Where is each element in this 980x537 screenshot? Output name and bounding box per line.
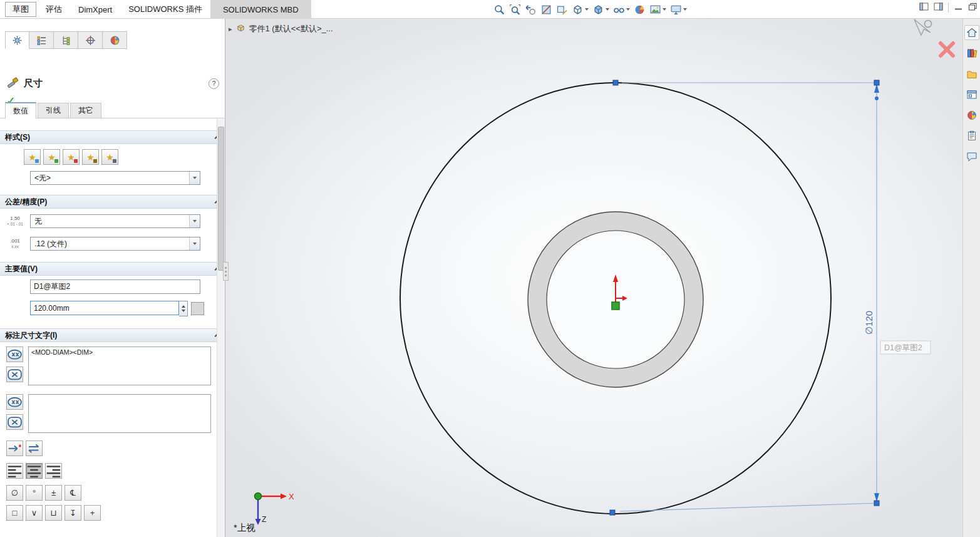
file-explorer-icon[interactable] xyxy=(964,66,979,81)
view-orientation-button[interactable] xyxy=(570,3,590,17)
unit-precision-dropdown[interactable]: .12 (文件) xyxy=(30,237,200,251)
primary-value-section-title: 主要值(V) xyxy=(5,264,38,274)
maximize-restore-button[interactable] xyxy=(968,3,977,13)
tab-sketch[interactable]: 草图 xyxy=(5,2,36,17)
style-dropdown[interactable]: <无> xyxy=(30,171,200,185)
dimension-tag-label: D1@草图2 xyxy=(884,343,922,352)
tab-solidworks-mbd[interactable]: SOLIDWORKS MBD xyxy=(210,0,311,19)
dimension-value-label[interactable]: ∅120 xyxy=(864,311,874,335)
custom-properties-icon[interactable] xyxy=(964,128,979,143)
configuration-manager-tab[interactable] xyxy=(54,31,78,49)
dimension-text-section-header[interactable]: 标注尺寸文字(I) xyxy=(0,328,225,342)
value-spinner[interactable] xyxy=(179,301,188,316)
square-symbol-button[interactable]: □ xyxy=(6,505,23,521)
sketch-point-bottom-handle[interactable] xyxy=(610,510,615,515)
feature-tree-expand-arrow[interactable]: ▸ xyxy=(229,25,232,33)
cancel-sketch-icon[interactable] xyxy=(941,43,953,56)
tab-value[interactable]: 数值 xyxy=(5,102,36,118)
chevron-down-icon[interactable] xyxy=(663,8,666,11)
tolerance-section-header[interactable]: 公差/精度(P) xyxy=(0,195,225,209)
dynamic-annotation-views-button[interactable] xyxy=(555,3,569,17)
dimxpert-manager-tab[interactable] xyxy=(78,31,103,49)
manager-tab-strip xyxy=(5,31,127,49)
panel-splitter-grip[interactable] xyxy=(223,262,229,281)
tab-evaluate[interactable]: 评估 xyxy=(38,0,70,19)
countersink-symbol-button[interactable]: ∨ xyxy=(26,505,43,521)
zoom-to-area-button[interactable] xyxy=(508,3,522,17)
counterbore-symbol-button[interactable]: ⊔ xyxy=(45,505,62,521)
diameter-symbol-button[interactable]: ∅ xyxy=(6,485,23,501)
hide-show-items-button[interactable] xyxy=(612,3,631,17)
dimension-text-above-box[interactable]: <MOD-DIAM><DIM> xyxy=(28,347,211,385)
property-manager-tab[interactable] xyxy=(5,31,29,49)
dimension-text-icon xyxy=(6,367,23,382)
apply-scene-button[interactable] xyxy=(648,3,668,17)
dropdown-arrow-button[interactable] xyxy=(189,237,200,250)
tab-leaders[interactable]: 引线 xyxy=(38,103,69,118)
add-style-button[interactable]: ★ xyxy=(43,149,60,165)
centerline-symbol-button[interactable]: ℄ xyxy=(64,485,81,501)
load-style-button[interactable]: ★ xyxy=(101,149,118,165)
chevron-down-icon[interactable] xyxy=(683,8,687,11)
justify-right-button[interactable] xyxy=(45,463,62,479)
help-icon[interactable]: ? xyxy=(209,78,219,89)
previous-view-button[interactable] xyxy=(524,3,538,17)
primary-value-section-header[interactable]: 主要值(V) xyxy=(0,262,225,276)
collapse-left-pane-button[interactable] xyxy=(919,3,929,13)
minimize-button[interactable] xyxy=(954,3,963,13)
chevron-down-icon[interactable] xyxy=(626,8,630,11)
style-dropdown-value: <无> xyxy=(34,174,51,182)
swap-text-button[interactable] xyxy=(26,441,43,456)
axis-x-label: X xyxy=(289,492,294,501)
zoom-to-fit-button[interactable] xyxy=(492,3,507,17)
justify-center-button[interactable] xyxy=(26,463,43,479)
tab-other[interactable]: 其它 xyxy=(70,103,101,118)
plus-minus-symbol-button[interactable]: ± xyxy=(45,485,62,501)
style-section-header[interactable]: 样式(S) xyxy=(0,130,225,144)
value-thumbwheel-button[interactable] xyxy=(191,302,204,315)
chevron-down-icon[interactable] xyxy=(585,8,589,11)
dropdown-arrow-button[interactable] xyxy=(189,215,200,227)
tolerance-type-icon: 1.50 +.01 -.01 xyxy=(6,216,24,226)
insert-value-button[interactable] xyxy=(6,441,23,456)
dimension-name-input[interactable] xyxy=(30,279,200,294)
tolerance-type-dropdown[interactable]: 无 xyxy=(30,214,200,228)
appearances-scenes-icon[interactable] xyxy=(964,108,979,123)
feature-manager-tab[interactable] xyxy=(29,31,54,49)
dimension-value-icon xyxy=(6,394,23,410)
sketch-point-top-handle[interactable] xyxy=(613,80,618,85)
save-style-button[interactable]: ★ xyxy=(82,149,99,165)
value-tab-strip: 数值 引线 其它 xyxy=(0,103,225,118)
dimension-text-above-value: <MOD-DIAM><DIM> xyxy=(31,348,93,356)
view-settings-button[interactable] xyxy=(669,3,688,17)
chevron-down-icon[interactable] xyxy=(606,8,609,11)
coordinate-triad: X Z xyxy=(255,492,295,525)
panel-scrollbar[interactable] xyxy=(217,119,225,537)
dimension-text-below-box[interactable] xyxy=(28,394,211,433)
graphics-canvas[interactable]: ∅120 D1@草图2 X Z ▸ xyxy=(225,19,962,537)
edit-appearance-button[interactable] xyxy=(632,3,647,17)
dimension-value-input[interactable] xyxy=(30,301,179,315)
collapse-right-pane-button[interactable] xyxy=(934,3,943,13)
dropdown-arrow-button[interactable] xyxy=(189,172,200,184)
apply-default-style-button[interactable]: ★ xyxy=(24,149,41,165)
justify-left-button[interactable] xyxy=(6,463,23,479)
depth-symbol-button[interactable]: ↧ xyxy=(64,505,81,521)
tab-dimxpert[interactable]: DimXpert xyxy=(70,0,120,19)
display-style-button[interactable] xyxy=(591,3,611,17)
more-symbols-button[interactable]: + xyxy=(84,505,101,521)
scrollbar-thumb[interactable] xyxy=(218,127,224,271)
display-manager-tab[interactable] xyxy=(103,31,127,49)
degree-symbol-button[interactable]: ° xyxy=(26,485,43,501)
tab-solidworks-addins[interactable]: SOLIDWORKS 插件 xyxy=(120,0,210,19)
document-title[interactable]: 零件1 (默认<<默认>_... xyxy=(249,23,333,34)
axis-z-label: Z xyxy=(262,515,266,524)
home-icon[interactable] xyxy=(964,25,979,40)
section-view-button[interactable] xyxy=(539,3,554,17)
forum-icon[interactable] xyxy=(964,149,979,164)
delete-style-button[interactable]: ★ xyxy=(63,149,80,165)
view-palette-icon[interactable] xyxy=(964,87,979,102)
design-library-icon[interactable] xyxy=(964,46,979,61)
dimension-corner-top-handle[interactable] xyxy=(874,80,879,85)
dimension-corner-bottom-handle[interactable] xyxy=(874,501,879,506)
